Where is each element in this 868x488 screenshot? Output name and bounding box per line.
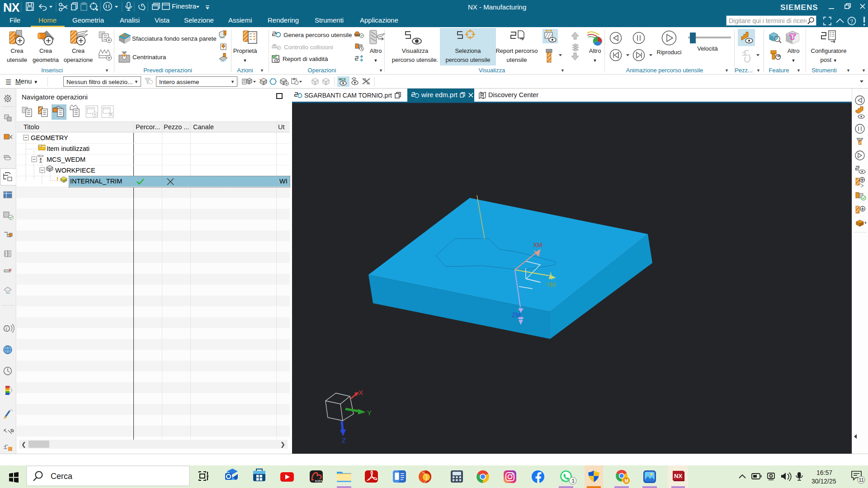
svg-text:Z: Z [342,436,346,444]
svg-text:M365: M365 [315,479,323,483]
svg-text:1: 1 [572,478,575,483]
svg-text:30/12/25: 30/12/25 [811,478,836,485]
svg-text:Y: Y [367,409,372,417]
svg-text:MCS: MCS [38,155,43,157]
svg-text:Finestra: Finestra [172,2,197,10]
svg-text:X: X [359,389,363,396]
svg-text:ZM: ZM [512,311,521,319]
svg-text:XM: XM [533,241,542,249]
svg-text:Cerca: Cerca [51,472,73,481]
svg-text:16:57: 16:57 [816,469,832,476]
svg-text:!: ! [57,176,58,183]
svg-text:M: M [625,479,628,483]
svg-text:NX: NX [674,473,682,479]
svg-text:MCS: MCS [339,78,346,81]
svg-text:11: 11 [859,477,864,483]
svg-text:YM: YM [546,281,556,288]
svg-text:?: ? [850,19,854,25]
svg-text:i: i [6,327,7,331]
